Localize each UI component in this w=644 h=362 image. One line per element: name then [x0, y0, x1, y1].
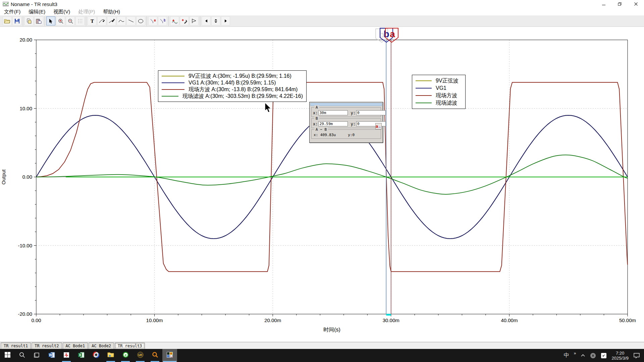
save-button[interactable]	[12, 16, 21, 25]
ultraedit-icon: UE	[137, 352, 144, 359]
taskbar-task-view[interactable]	[30, 349, 44, 362]
security-check-icon[interactable]	[601, 353, 607, 359]
series-color-swatch	[416, 88, 432, 88]
cursor-data-panel: A x: y: B x: y: A − B x: 409.83u y:0	[309, 102, 383, 143]
taskbar-start[interactable]	[0, 349, 15, 362]
close-button[interactable]	[628, 0, 644, 8]
add-curve-button[interactable]	[170, 16, 179, 25]
zoom-in-button[interactable]	[56, 16, 65, 25]
overflow-chevron[interactable]: »	[574, 351, 576, 356]
svg-text:W: W	[49, 353, 52, 357]
cursor-b-x-input[interactable]	[318, 121, 348, 126]
pen-arrow-tool-button[interactable]	[107, 16, 116, 25]
taskbar-pdf-reader[interactable]	[59, 349, 74, 362]
tab-ac-bode2[interactable]: AC Bode2	[89, 343, 114, 349]
svg-text:X: X	[79, 353, 81, 357]
svg-text:e: e	[124, 353, 126, 357]
grid-icon	[77, 18, 83, 24]
result-tab-strip: TR result1TR result2AC Bode1AC Bode2TR r…	[0, 342, 644, 349]
next-page-icon	[224, 19, 227, 23]
flag-tool-icon	[191, 18, 197, 23]
taskbar-tina-app[interactable]	[162, 349, 177, 362]
panel-drag-strip[interactable]	[310, 103, 382, 106]
excel-icon: X	[78, 352, 85, 359]
copy-button[interactable]	[24, 16, 34, 25]
cursor-a-y-input[interactable]	[356, 110, 386, 115]
legend-cursor-values[interactable]: 9V正弦波 A:(30m; -1.95u) B:(29.59m; 1.16)VG…	[158, 70, 307, 102]
paste-button[interactable]	[34, 16, 43, 25]
taskbar-file-explorer[interactable]	[103, 349, 118, 362]
add-curve-icon	[172, 18, 178, 24]
select-cursor-button[interactable]	[46, 16, 55, 25]
menu-item-0[interactable]: 文件(F)	[0, 8, 24, 15]
svg-text:时间(s): 时间(s)	[323, 327, 340, 333]
add-probe-button[interactable]	[180, 16, 189, 25]
line-tool-button[interactable]	[126, 16, 136, 25]
taskbar-green-browser[interactable]: e	[118, 349, 133, 362]
series-color-swatch	[416, 95, 432, 96]
legend-series[interactable]: 9V正弦波VG1现场方波现场滤波	[412, 75, 466, 109]
clock[interactable]: 7:20 2025/3/9	[611, 351, 629, 361]
pen-arrow-tool-icon	[109, 18, 115, 23]
cursor-ab-group: A − B x: 409.83u y:0	[311, 129, 381, 139]
hidden-icons-chevron[interactable]	[581, 353, 585, 358]
pdf-reader-icon	[63, 352, 69, 359]
word-icon: W	[49, 352, 55, 359]
menu-item-3[interactable]: 处理(P)	[74, 8, 99, 15]
taskbar-search-tool[interactable]	[148, 349, 162, 362]
cursor-a-x-input[interactable]	[318, 110, 348, 115]
open-file-icon	[4, 18, 10, 24]
legend-row: 现场方波 A:(30m; -13.8) B:(29.59m; 841.64m)	[162, 86, 303, 93]
taskbar-ultraedit[interactable]: UE	[133, 349, 148, 362]
tab-tr-result3[interactable]: TR result3	[115, 343, 145, 349]
tab-tr-result1[interactable]: TR result1	[1, 343, 31, 349]
page-spinner-button[interactable]	[211, 16, 220, 25]
menu-item-2[interactable]: 视图(V)	[49, 8, 74, 15]
series-color-swatch	[416, 103, 432, 103]
series-color-swatch	[416, 80, 432, 81]
tab-ac-bode1[interactable]: AC Bode1	[63, 343, 88, 349]
b-y-label: y:	[351, 122, 355, 126]
status-x-icon[interactable]	[590, 353, 596, 359]
cursor-a-button[interactable]: a	[148, 16, 157, 25]
menu-item-1[interactable]: 编辑(E)	[24, 8, 49, 15]
taskbar-excel[interactable]: X	[74, 349, 89, 362]
legend-row: VG1	[416, 84, 462, 92]
svg-text:0.00: 0.00	[31, 317, 41, 323]
waveform-plot: 0.0010.00m20.00m30.00m40.00m50.00m20.001…	[0, 27, 644, 342]
prev-page-button[interactable]	[202, 16, 211, 25]
prev-page-icon	[205, 19, 208, 23]
notification-center-icon[interactable]	[633, 353, 640, 359]
paste-icon	[36, 18, 42, 24]
flag-tool-button[interactable]	[190, 16, 199, 25]
series-现场滤波	[36, 155, 628, 194]
minimize-button[interactable]	[596, 0, 612, 8]
svg-text:50.00m: 50.00m	[619, 317, 636, 323]
tray-time: 7:20	[611, 351, 629, 356]
grid-button[interactable]	[75, 16, 85, 25]
restore-button[interactable]	[612, 0, 628, 8]
zoom-out-button[interactable]	[66, 16, 75, 25]
taskbar-sync-app[interactable]	[89, 349, 103, 362]
curve-tool-button[interactable]	[117, 16, 126, 25]
a-x-label: x:	[313, 111, 318, 115]
cursor-flag-a[interactable]: a	[385, 27, 399, 44]
menu-item-4[interactable]: 帮助(H)	[99, 8, 124, 15]
ime-indicator[interactable]: 中	[564, 352, 569, 359]
next-page-button[interactable]	[221, 16, 230, 25]
series-label: 现场方波	[436, 92, 457, 99]
text-tool-button[interactable]: T	[88, 16, 97, 25]
svg-text:a: a	[154, 18, 156, 22]
menu-bar: 文件(F)编辑(E)视图(V)处理(P)帮助(H)	[0, 8, 644, 15]
tab-tr-result2[interactable]: TR result2	[32, 343, 62, 349]
legend-row: 现场滤波 A:(30m; -303.53m) B:(29.59m; 4.22E-…	[162, 93, 303, 100]
swap-cursor-button[interactable]: a←	[375, 123, 382, 129]
pen-tool-button[interactable]	[97, 16, 106, 25]
ab-y-value: y:0	[348, 133, 355, 137]
cursor-b-button[interactable]: b	[158, 16, 167, 25]
open-file-button[interactable]	[3, 16, 12, 25]
taskbar-word[interactable]: W	[44, 349, 59, 362]
svg-text:20.00m: 20.00m	[264, 317, 281, 323]
taskbar-search[interactable]	[15, 349, 30, 362]
ellipse-tool-button[interactable]	[136, 16, 145, 25]
